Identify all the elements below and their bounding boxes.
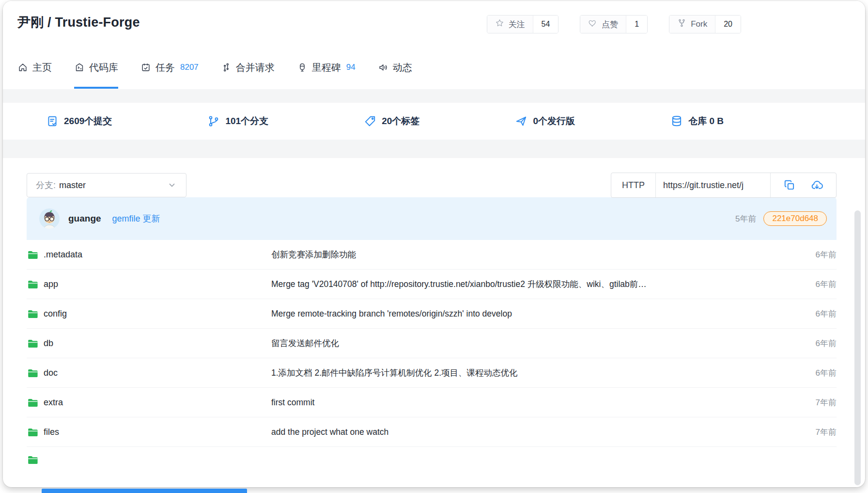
folder-icon <box>27 454 38 465</box>
folder-icon <box>27 249 38 260</box>
folder-icon <box>27 337 38 349</box>
file-row-config[interactable]: config Merge remote-tracking branch 'rem… <box>27 299 837 329</box>
file-commit-time: 7年前 <box>816 397 837 408</box>
repo-actions: 关注 54 点赞 1 Fork 20 <box>487 15 742 33</box>
file-list: .metadata 创新竞赛添加删除功能 6年前 app Merge tag '… <box>27 240 837 477</box>
branch-icon <box>207 115 220 127</box>
tab-activity[interactable]: 动态 <box>378 60 412 89</box>
browser-window: 尹刚 / Trustie-Forge 关注 54 点赞 1 Fork <box>3 1 865 487</box>
watch-count: 54 <box>533 16 558 33</box>
clone-url-input[interactable]: https://git.trustie.net/j <box>655 173 771 197</box>
home-icon <box>17 62 28 73</box>
folder-icon <box>27 308 38 319</box>
file-commit-time: 6年前 <box>816 308 837 319</box>
praise-button[interactable]: 点赞 1 <box>580 15 648 33</box>
stat-branches[interactable]: 101个分支 <box>207 115 268 127</box>
file-name: files <box>44 427 59 437</box>
tab-bar: 主页 代码库 任务 8207 合并请求 里程碑 94 动态 <box>17 60 412 89</box>
fork-button[interactable]: Fork 20 <box>669 15 741 33</box>
file-row-app[interactable]: app Merge tag 'V20140708' of http://repo… <box>27 270 837 299</box>
file-commit-message: 1.添加文档 2.邮件中缺陷序号计算机制优化 2.项目、课程动态优化 <box>271 367 801 379</box>
repository-panel: 分支: master HTTP https://git.trustie.net/… <box>15 158 849 487</box>
file-commit-time: 6年前 <box>816 279 837 290</box>
page-title: 尹刚 / Trustie-Forge <box>17 14 140 31</box>
repo-toolbar: 分支: master HTTP https://git.trustie.net/… <box>15 158 849 197</box>
protocol-select[interactable]: HTTP <box>611 173 655 197</box>
folder-icon <box>27 397 38 408</box>
file-name: app <box>44 279 58 289</box>
section-divider-band <box>3 140 865 158</box>
commits-icon <box>46 115 59 127</box>
stat-tags[interactable]: 20个标签 <box>364 115 419 127</box>
repo-header: 尹刚 / Trustie-Forge 关注 54 点赞 1 Fork <box>3 1 865 89</box>
fork-icon <box>677 18 686 30</box>
stat-repo-size[interactable]: 仓库 0 B <box>670 115 724 127</box>
copy-icon[interactable] <box>783 179 796 191</box>
file-commit-time: 7年前 <box>816 427 837 438</box>
stat-releases[interactable]: 0个发行版 <box>515 115 575 127</box>
commit-author[interactable]: guange <box>68 213 101 224</box>
file-commit-message: 创新竞赛添加删除功能 <box>271 249 801 260</box>
file-commit-time: 6年前 <box>816 338 837 349</box>
file-row-metadata[interactable]: .metadata 创新竞赛添加删除功能 6年前 <box>27 240 837 270</box>
tasks-count: 8207 <box>180 60 199 75</box>
tab-milestones[interactable]: 里程碑 94 <box>297 60 356 89</box>
speaker-icon <box>378 62 388 73</box>
cloud-download-icon[interactable] <box>810 179 823 192</box>
code-repo-icon <box>74 62 85 73</box>
file-name: config <box>44 309 67 319</box>
commit-message-link[interactable]: gemfile 更新 <box>112 213 160 224</box>
tab-merge-requests[interactable]: 合并请求 <box>221 60 275 89</box>
file-row-files[interactable]: files add the project what one watch 7年前 <box>27 417 837 447</box>
file-commit-message: Merge tag 'V20140708' of http://reposito… <box>271 278 801 290</box>
branch-label: 分支: <box>36 179 56 191</box>
merge-request-icon <box>221 62 232 73</box>
avatar[interactable] <box>39 208 60 229</box>
watch-button[interactable]: 关注 54 <box>487 15 559 33</box>
task-calendar-icon <box>140 62 151 73</box>
file-name: .metadata <box>44 250 82 260</box>
file-row-db[interactable]: db 留言发送邮件优化 6年前 <box>27 329 837 358</box>
tab-home[interactable]: 主页 <box>17 60 52 89</box>
fork-label: Fork <box>691 19 707 29</box>
scrollbar[interactable] <box>854 210 861 485</box>
file-row-partial[interactable] <box>27 447 837 477</box>
file-name: extra <box>44 398 63 408</box>
star-icon <box>495 18 504 30</box>
folder-icon <box>27 367 38 379</box>
file-commit-message: first commit <box>271 398 801 408</box>
branch-selector[interactable]: 分支: master <box>27 173 186 197</box>
file-commit-message: Merge remote-tracking branch 'remotes/or… <box>271 309 801 319</box>
file-commit-time: 6年前 <box>816 367 837 379</box>
praise-count: 1 <box>626 16 647 33</box>
commit-time: 5年前 <box>735 213 756 224</box>
commit-sha-badge[interactable]: 221e70d648 <box>763 211 827 226</box>
folder-icon <box>27 426 38 438</box>
tag-icon <box>364 115 376 127</box>
tab-code-repository[interactable]: 代码库 <box>74 60 118 89</box>
file-row-doc[interactable]: doc 1.添加文档 2.邮件中缺陷序号计算机制优化 2.项目、课程动态优化 6… <box>27 358 837 388</box>
praise-label: 点赞 <box>602 19 618 30</box>
database-icon <box>670 115 683 127</box>
tab-tasks[interactable]: 任务 8207 <box>140 60 199 89</box>
chevron-down-icon <box>167 180 177 191</box>
file-commit-message: add the project what one watch <box>271 427 801 437</box>
file-name: doc <box>44 368 58 378</box>
section-divider-band <box>3 89 865 103</box>
watch-label: 关注 <box>509 19 525 30</box>
clone-url-group: HTTP https://git.trustie.net/j <box>611 173 837 198</box>
fork-count: 20 <box>715 16 741 33</box>
stat-commits[interactable]: 2609个提交 <box>46 115 112 127</box>
milestone-icon <box>297 62 308 73</box>
file-commit-message: 留言发送邮件优化 <box>271 337 801 349</box>
file-commit-time: 6年前 <box>816 249 837 260</box>
file-row-extra[interactable]: extra first commit 7年前 <box>27 388 837 417</box>
paper-plane-icon <box>515 115 527 127</box>
milestones-count: 94 <box>346 60 356 75</box>
heart-icon <box>588 18 597 30</box>
branch-value: master <box>59 180 86 191</box>
folder-icon <box>27 278 38 290</box>
file-name: db <box>44 338 53 349</box>
bottom-blue-strip <box>42 489 247 493</box>
latest-commit-bar: guange gemfile 更新 5年前 221e70d648 <box>27 197 837 240</box>
